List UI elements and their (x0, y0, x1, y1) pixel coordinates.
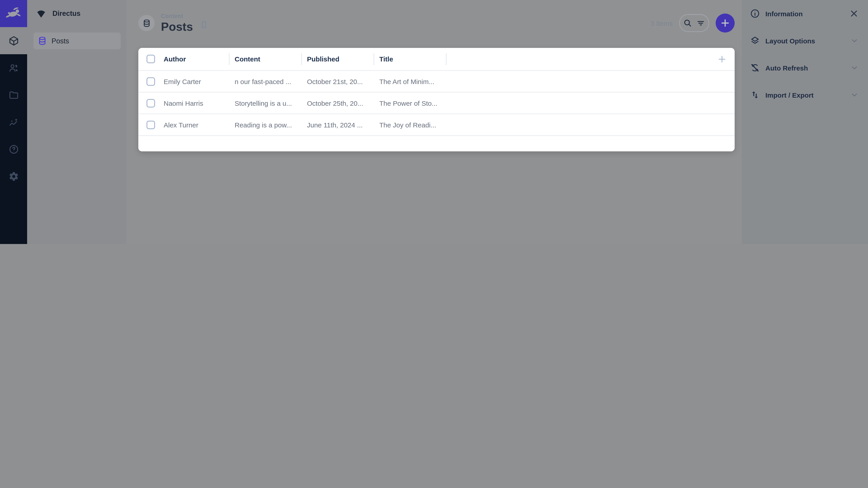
close-icon (849, 8, 859, 19)
collection-table: Author Content Published Title Emil (138, 48, 735, 151)
page-header: Content Posts 3 Items (127, 0, 742, 46)
help-icon (8, 144, 19, 154)
row-checkbox[interactable] (147, 121, 155, 129)
table-footer-spacer (138, 136, 735, 151)
sidebar-section-label: Layout Options (765, 37, 815, 44)
nav-item-label: Posts (52, 37, 69, 45)
cell-author: Emily Carter (164, 77, 229, 85)
row-checkbox[interactable] (147, 99, 155, 107)
table-row[interactable]: Naomi Harris Storytelling is a u... Octo… (138, 93, 735, 114)
column-header-title[interactable]: Title (373, 55, 446, 63)
column-resize-handle[interactable] (301, 53, 302, 65)
cube-icon (8, 35, 19, 46)
cell-content: Storytelling is a u... (229, 99, 301, 107)
table-row[interactable]: Emily Carter n our fast-paced ... Octobe… (138, 71, 735, 93)
collection-badge (138, 15, 155, 31)
sidebar-section-label: Import / Export (765, 91, 813, 99)
row-select-cell (138, 77, 164, 86)
gear-icon (8, 171, 19, 182)
chevron-down-icon (850, 90, 859, 99)
header-actions: 3 Items (651, 13, 735, 33)
breadcrumb: Content (161, 13, 193, 19)
project-fan-icon (36, 8, 46, 19)
module-bar (0, 0, 27, 244)
module-content[interactable] (0, 27, 27, 54)
users-icon (8, 63, 19, 73)
cell-published: June 11th, 2024 ... (301, 121, 373, 129)
search-filter-pill (679, 14, 709, 32)
module-insights[interactable] (0, 108, 27, 135)
row-select-cell (138, 99, 164, 107)
search-icon (683, 19, 692, 28)
sidebar-section-label: Auto Refresh (765, 64, 808, 72)
column-header-author[interactable]: Author (164, 55, 229, 63)
project-header[interactable]: Directus (27, 0, 127, 27)
cell-title: The Power of Sto... (373, 99, 446, 107)
cell-published: October 21st, 20... (301, 77, 373, 85)
close-sidebar-button[interactable] (849, 8, 859, 19)
add-item-button[interactable] (716, 13, 735, 33)
expand-section-button[interactable] (850, 63, 859, 72)
row-checkbox[interactable] (147, 77, 155, 86)
cell-title: The Joy of Readi... (373, 121, 446, 129)
directus-app: Directus Posts Co (0, 0, 868, 244)
chevron-down-icon (850, 63, 859, 72)
module-documentation[interactable] (0, 135, 27, 163)
directus-logo[interactable] (0, 0, 27, 27)
column-header-published[interactable]: Published (301, 55, 373, 63)
module-files[interactable] (0, 81, 27, 108)
expand-section-button[interactable] (850, 36, 859, 45)
sidebar-section-label: Information (765, 10, 803, 18)
project-name: Directus (53, 9, 81, 18)
right-sidebar: Information Layout Options (742, 0, 868, 244)
cell-author: Alex Turner (164, 121, 229, 129)
table-header-row: Author Content Published Title (138, 48, 735, 71)
bookmark-button[interactable] (199, 20, 209, 30)
module-user-directory[interactable] (0, 54, 27, 81)
items-count: 3 Items (651, 19, 673, 27)
cell-content: n our fast-paced ... (229, 77, 301, 85)
search-button[interactable] (683, 19, 692, 28)
column-header-content[interactable]: Content (229, 55, 301, 63)
sidebar-section-auto-refresh[interactable]: Auto Refresh (742, 54, 868, 81)
column-resize-handle[interactable] (229, 53, 230, 65)
cell-title: The Art of Minim... (373, 77, 446, 85)
sidebar-section-layout-options[interactable]: Layout Options (742, 27, 868, 54)
row-select-cell (138, 121, 164, 129)
sync-disabled-icon (750, 63, 760, 73)
plus-icon (717, 54, 727, 64)
select-all-checkbox[interactable] (147, 55, 155, 63)
nav-sidebar: Directus Posts (27, 0, 127, 244)
cell-content: Reading is a pow... (229, 121, 301, 129)
layers-icon (750, 36, 760, 46)
filter-button[interactable] (696, 19, 705, 28)
nav-item-posts[interactable]: Posts (33, 33, 121, 49)
database-icon (142, 19, 151, 27)
rabbit-icon (4, 4, 23, 23)
cell-author: Naomi Harris (164, 99, 229, 107)
column-resize-handle[interactable] (373, 53, 374, 65)
expand-section-button[interactable] (850, 90, 859, 99)
import-export-icon (750, 90, 760, 100)
cell-published: October 25th, 20... (301, 99, 373, 107)
info-circle-icon (750, 8, 760, 19)
add-column-button[interactable] (717, 54, 727, 64)
main-content: Content Posts 3 Items (127, 0, 742, 244)
bookmark-icon (199, 20, 209, 30)
page-title: Posts (161, 20, 193, 33)
database-icon (37, 36, 47, 46)
module-settings[interactable] (0, 163, 27, 190)
nav-list: Posts (27, 27, 127, 49)
column-resize-handle[interactable] (446, 53, 447, 65)
chevron-down-icon (850, 36, 859, 45)
filter-icon (696, 19, 705, 28)
sidebar-section-information[interactable]: Information (742, 0, 868, 27)
title-block: Content Posts (161, 13, 193, 33)
folder-icon (8, 90, 19, 100)
insights-icon (8, 117, 19, 127)
select-all-cell (138, 55, 164, 63)
table-row[interactable]: Alex Turner Reading is a pow... June 11t… (138, 114, 735, 136)
sidebar-section-import-export[interactable]: Import / Export (742, 81, 868, 108)
plus-icon (720, 18, 731, 29)
